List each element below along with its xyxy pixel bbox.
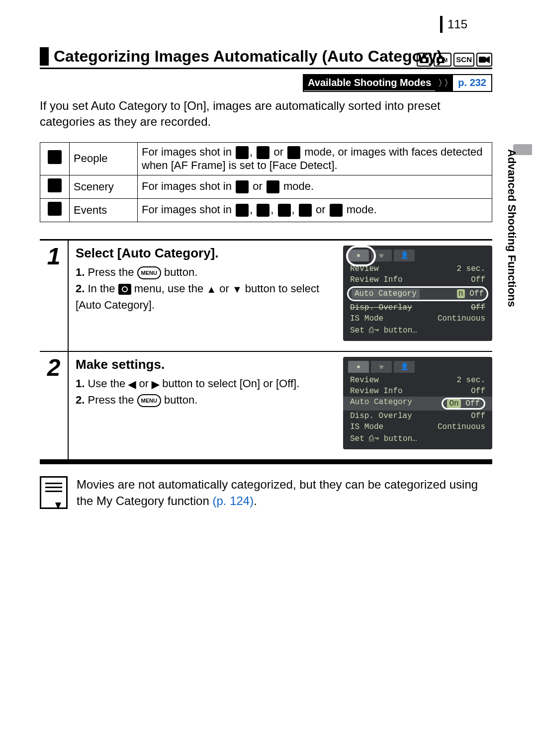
intro-paragraph: If you set Auto Category to [On], images… [40, 98, 492, 130]
step-number: 1 [47, 243, 61, 270]
svg-text:M: M [444, 58, 448, 63]
lcd-menu-row: Disp. OverlayOff [343, 411, 492, 421]
note-page-link[interactable]: (p. 124) [212, 494, 254, 507]
scenery-icon [48, 178, 62, 192]
category-description: For images shot in , or mode, or images … [138, 142, 492, 175]
camera-mode-icon [417, 53, 432, 67]
lcd-menu-row: Review2 sec. [343, 375, 492, 386]
category-name: Scenery [70, 175, 138, 198]
arrow-icon: ▲ [206, 282, 216, 297]
lcd-menu-row: IS ModeContinuous [343, 313, 492, 324]
step-instruction: 2. In the menu, use the ▲ or ▼ button to… [76, 280, 335, 313]
page-number: 115 [440, 16, 467, 33]
section-side-label: Advanced Shooting Functions [505, 149, 518, 307]
step: 1Select [Auto Category].1. Press the MEN… [40, 239, 492, 352]
note-text: Movies are not automatically categorized… [77, 476, 492, 509]
lcd-highlighted-row: Auto CategoryOn Off [343, 397, 492, 411]
note-icon [40, 476, 68, 509]
step-instruction: 1. Use the ◀ or ▶ button to select [On] … [76, 375, 335, 392]
table-row: SceneryFor images shot in or mode. [40, 175, 492, 198]
note: Movies are not automatically categorized… [40, 476, 492, 509]
arrow-icon: ▼ [232, 282, 242, 297]
lcd-menu-row: Disp. OverlayOff [343, 302, 492, 313]
title-mode-icons: M SCN [417, 53, 492, 67]
svg-rect-1 [422, 56, 426, 58]
category-name: People [70, 142, 138, 175]
kids-pets-mode-icon [236, 204, 249, 217]
available-modes-link[interactable]: Available Shooting Modes 〉〉 p. 232 [303, 74, 492, 92]
step-instruction: 1. Press the MENU button. [76, 264, 335, 280]
table-row: PeopleFor images shot in , or mode, or i… [40, 142, 492, 175]
lcd-menu-row: Review InfoOff [343, 274, 492, 285]
lcd-menu-row: IS ModeContinuous [343, 421, 492, 432]
events-icon [48, 202, 62, 216]
lcd-tab: 👤 [394, 361, 415, 373]
night-snapshot-mode-icon [287, 146, 300, 159]
lcd-menu-row: Set ⎙↝ button… [343, 324, 492, 336]
aquarium-mode-icon [330, 204, 343, 217]
svg-marker-8 [486, 56, 490, 63]
svg-point-5 [439, 59, 442, 62]
landscape-mode-icon [236, 180, 249, 193]
lcd-tab: 👤 [394, 250, 415, 261]
svg-rect-4 [439, 56, 443, 58]
arrow-icon: ▶ [152, 377, 159, 392]
step-number: 2 [47, 354, 61, 381]
movie-mode-icon [476, 53, 492, 67]
category-table: PeopleFor images shot in , or mode, or i… [40, 142, 492, 222]
fireworks-mode-icon [299, 204, 312, 217]
lcd-menu-row: Set ⎙↝ button… [343, 432, 492, 444]
arrow-icon: ◀ [128, 377, 136, 392]
menu-button-icon: MENU [137, 266, 161, 279]
lcd-highlighted-row: Auto Categoryn Off [347, 286, 488, 301]
step-instruction: 2. Press the MENU button. [76, 392, 335, 408]
step: 2Make settings.1. Use the ◀ or ▶ button … [40, 352, 492, 460]
lcd-tab: ● [348, 361, 369, 373]
section-title: Categorizing Images Automatically (Auto … [54, 47, 492, 66]
camera-menu-screenshot: ●⚒👤Review2 sec.Review InfoOffAuto Catego… [343, 357, 492, 449]
svg-point-2 [423, 58, 426, 62]
lcd-tab: ● [348, 250, 369, 261]
category-name: Events [70, 198, 138, 222]
lcd-tab: ⚒ [371, 250, 392, 261]
category-description: For images shot in or mode. [138, 175, 492, 198]
svg-rect-7 [479, 57, 486, 63]
camera-menu-screenshot: ●⚒👤Review2 sec.Review InfoOffAuto Catego… [343, 246, 492, 341]
foliage-mode-icon [257, 146, 269, 159]
scn-mode-icon: SCN [453, 53, 474, 67]
camera-m-mode-icon: M [434, 53, 451, 67]
menu-button-icon: MENU [137, 394, 161, 407]
portrait-mode-icon [236, 146, 249, 159]
party-mode-icon [257, 204, 269, 217]
rec-menu-icon [118, 284, 131, 295]
sports-mode-icon [278, 204, 291, 217]
lcd-tab: ⚒ [371, 361, 392, 373]
table-row: EventsFor images shot in , , , or mode. [40, 198, 492, 222]
category-description: For images shot in , , , or mode. [138, 198, 492, 222]
step-title: Make settings. [76, 357, 335, 372]
sunset-mode-icon [267, 180, 279, 193]
step-title: Select [Auto Category]. [76, 246, 335, 261]
people-icon [48, 150, 62, 164]
lcd-menu-row: Review2 sec. [343, 263, 492, 274]
lcd-menu-row: Review InfoOff [343, 386, 492, 397]
